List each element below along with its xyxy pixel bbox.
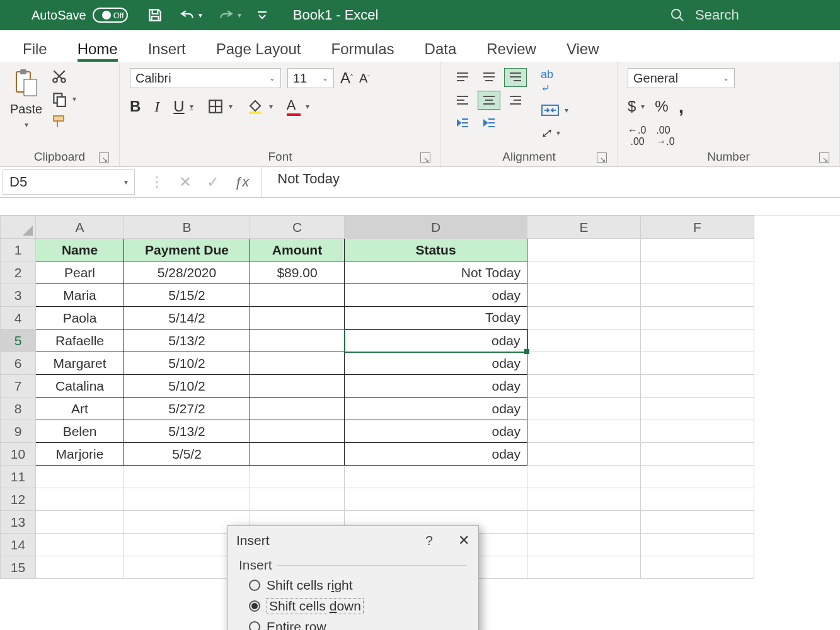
tab-file[interactable]: File bbox=[23, 40, 47, 62]
worksheet[interactable]: A B C D E F 1NamePayment DueAmountStatus… bbox=[0, 215, 840, 579]
align-left-button[interactable] bbox=[451, 91, 474, 110]
cell[interactable] bbox=[527, 261, 641, 284]
cell[interactable] bbox=[124, 466, 250, 488]
cell[interactable] bbox=[527, 420, 641, 443]
cell[interactable]: oday bbox=[345, 375, 527, 398]
search-input[interactable] bbox=[695, 7, 834, 23]
cell[interactable]: Paola bbox=[36, 307, 124, 329]
tab-formulas[interactable]: Formulas bbox=[331, 40, 394, 62]
tab-insert[interactable]: Insert bbox=[148, 40, 186, 62]
cell[interactable] bbox=[250, 307, 345, 329]
cell[interactable] bbox=[250, 375, 345, 398]
cell[interactable] bbox=[527, 488, 641, 511]
tab-home[interactable]: Home bbox=[78, 40, 118, 62]
option-shift-right[interactable]: Shift cells right bbox=[239, 575, 467, 595]
cell[interactable]: Maria bbox=[36, 284, 124, 307]
cell[interactable]: Name bbox=[36, 239, 124, 261]
cell[interactable] bbox=[124, 488, 250, 511]
cell[interactable] bbox=[250, 466, 345, 488]
row-header-1[interactable]: 1 bbox=[1, 239, 36, 261]
tab-view[interactable]: View bbox=[567, 40, 599, 62]
cell[interactable] bbox=[250, 420, 345, 443]
row-header-15[interactable]: 15 bbox=[1, 556, 36, 579]
cell[interactable] bbox=[641, 307, 754, 329]
select-all-corner[interactable] bbox=[1, 216, 36, 239]
option-entire-row[interactable]: Entire row bbox=[239, 617, 467, 630]
col-header-F[interactable]: F bbox=[641, 216, 754, 239]
decrease-font-button[interactable]: Aˇ bbox=[359, 71, 370, 86]
option-shift-down[interactable]: Shift cells down bbox=[239, 595, 467, 617]
tab-data[interactable]: Data bbox=[425, 40, 457, 62]
cell[interactable]: oday bbox=[345, 284, 527, 307]
cell[interactable]: 5/10/2 bbox=[124, 352, 250, 375]
cut-button[interactable] bbox=[51, 68, 67, 84]
cell[interactable]: 5/13/2 bbox=[124, 420, 250, 443]
cell[interactable] bbox=[641, 556, 754, 579]
row-header-14[interactable]: 14 bbox=[1, 534, 36, 556]
qat-customize-icon[interactable] bbox=[256, 9, 268, 21]
row-header-4[interactable]: 4 bbox=[1, 307, 36, 329]
comma-format-button[interactable]: , bbox=[679, 96, 684, 117]
cell[interactable] bbox=[641, 329, 754, 352]
cell[interactable]: Not Today bbox=[345, 261, 527, 284]
search-box[interactable] bbox=[670, 7, 834, 23]
cell[interactable] bbox=[36, 488, 124, 511]
cell[interactable]: Status bbox=[345, 239, 527, 261]
font-dialog-launcher[interactable] bbox=[420, 152, 430, 163]
align-middle-button[interactable] bbox=[478, 68, 500, 87]
col-header-B[interactable]: B bbox=[124, 216, 250, 239]
cell[interactable]: Amount bbox=[250, 239, 345, 261]
undo-button[interactable]: ▾ bbox=[178, 8, 202, 22]
cell[interactable] bbox=[36, 534, 124, 556]
font-name-select[interactable]: Calibri⌄ bbox=[130, 68, 281, 88]
cell[interactable] bbox=[641, 398, 754, 420]
row-header-13[interactable]: 13 bbox=[1, 511, 36, 534]
cell[interactable]: Rafaelle bbox=[36, 329, 124, 352]
paste-button[interactable]: Paste ▾ bbox=[10, 68, 42, 129]
number-dialog-launcher[interactable] bbox=[819, 152, 829, 163]
cell[interactable] bbox=[36, 466, 124, 488]
cell[interactable] bbox=[250, 443, 345, 466]
cell[interactable]: oday bbox=[345, 329, 527, 352]
row-header-8[interactable]: 8 bbox=[1, 398, 36, 420]
cell[interactable] bbox=[641, 488, 754, 511]
cancel-formula-button[interactable]: ✕ bbox=[179, 173, 192, 191]
redo-button[interactable]: ▾ bbox=[217, 8, 241, 22]
cell[interactable]: 5/14/2 bbox=[124, 307, 250, 329]
align-right-button[interactable] bbox=[504, 91, 527, 110]
autosave-toggle[interactable]: AutoSave Off bbox=[32, 8, 128, 23]
cell[interactable] bbox=[345, 488, 527, 511]
align-center-button[interactable] bbox=[478, 91, 500, 110]
cell[interactable]: Catalina bbox=[36, 375, 124, 398]
row-header-2[interactable]: 2 bbox=[1, 261, 36, 284]
cell[interactable]: oday bbox=[345, 420, 527, 443]
cell[interactable] bbox=[641, 284, 754, 307]
cell[interactable]: 5/15/2 bbox=[124, 284, 250, 307]
cell[interactable] bbox=[250, 329, 345, 352]
insert-function-button[interactable]: ƒx bbox=[234, 174, 249, 190]
row-header-11[interactable]: 11 bbox=[1, 466, 36, 488]
autosave-pill[interactable]: Off bbox=[93, 8, 128, 23]
cell[interactable] bbox=[641, 466, 754, 488]
copy-button[interactable]: ▾ bbox=[51, 91, 76, 107]
cell[interactable] bbox=[527, 443, 641, 466]
cell[interactable]: Margaret bbox=[36, 352, 124, 375]
number-format-select[interactable]: General⌄ bbox=[628, 68, 735, 88]
cell[interactable] bbox=[641, 534, 754, 556]
accounting-format-button[interactable]: $ ▾ bbox=[628, 98, 645, 115]
row-header-3[interactable]: 3 bbox=[1, 284, 36, 307]
cell[interactable] bbox=[527, 534, 641, 556]
fill-color-button[interactable]: ▾ bbox=[246, 98, 273, 115]
dialog-close-button[interactable]: ✕ bbox=[458, 532, 469, 549]
cell[interactable] bbox=[527, 511, 641, 534]
dialog-help-button[interactable]: ? bbox=[425, 533, 433, 548]
cell[interactable] bbox=[527, 239, 641, 261]
row-header-9[interactable]: 9 bbox=[1, 420, 36, 443]
cell[interactable]: $89.00 bbox=[250, 261, 345, 284]
col-header-A[interactable]: A bbox=[36, 216, 124, 239]
cell[interactable]: 5/10/2 bbox=[124, 375, 250, 398]
cell[interactable]: Marjorie bbox=[36, 443, 124, 466]
cell[interactable] bbox=[641, 352, 754, 375]
cell[interactable] bbox=[250, 352, 345, 375]
borders-button[interactable]: ▾ bbox=[207, 98, 233, 115]
